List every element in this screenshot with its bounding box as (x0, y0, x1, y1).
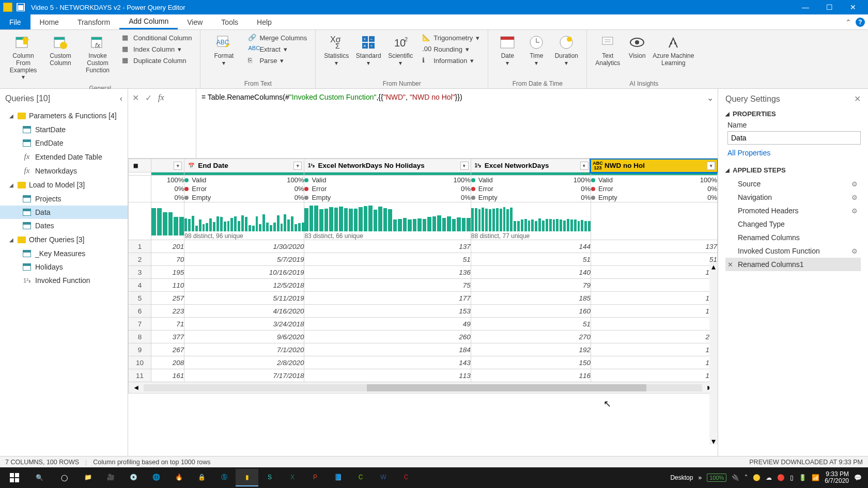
taskbar-app-powerbi[interactable]: ▮ (236, 469, 258, 486)
applied-step[interactable]: Source⚙ (725, 177, 861, 191)
column-dropdown-icon[interactable]: ▾ (174, 162, 182, 170)
taskbar-desktop-label[interactable]: Desktop (670, 474, 693, 481)
table-row[interactable]: 6 223 4/16/2020 153 160 153 (129, 305, 718, 318)
table-row[interactable]: 4 110 12/5/2018 75 79 75 (129, 279, 718, 292)
query-invoked-function[interactable]: 1²₃Invoked Function (0, 274, 128, 287)
tab-home[interactable]: Home (30, 14, 68, 29)
query-startdate[interactable]: StartDate (0, 123, 128, 136)
query-data[interactable]: Data (0, 206, 128, 219)
column-header-excel-networkdays[interactable]: 1²₃Excel NetworkDays▾ (471, 159, 591, 172)
queries-group-other[interactable]: ◢Other Queries [3] (0, 232, 128, 247)
task-view-icon[interactable]: ◯ (52, 467, 76, 488)
minimize-button[interactable]: — (794, 0, 817, 14)
taskbar-app-chrome[interactable]: 🌐 (145, 469, 167, 486)
query-key-measures[interactable]: _Key Measures (0, 247, 128, 260)
tray-overflow-icon[interactable]: » (698, 474, 702, 481)
taskbar-app-explorer[interactable]: 📁 (76, 469, 99, 486)
ribbon-collapse-icon[interactable]: ⌃ (845, 18, 851, 26)
start-button[interactable] (2, 467, 27, 488)
file-menu[interactable]: File (0, 14, 30, 29)
table-row[interactable]: 9 267 7/1/2020 184 192 184 (129, 343, 718, 356)
table-row[interactable]: 1 201 1/30/2020 137 144 137 (129, 240, 718, 253)
taskbar-app-word[interactable]: W (372, 469, 395, 486)
table-row[interactable]: 11 161 7/17/2018 113 116 113 (129, 369, 718, 382)
fx-icon[interactable]: fx (158, 93, 164, 102)
gear-icon[interactable]: ⚙ (851, 194, 858, 201)
standard-button[interactable]: +−×÷ Standard ▾ (353, 32, 384, 69)
azure-ml-button[interactable]: Azure Machine Learning (651, 32, 695, 69)
extract-button[interactable]: ABCExtract ▾ (245, 43, 310, 55)
query-projects[interactable]: Projects (0, 192, 128, 206)
tab-add-column[interactable]: Add Column (119, 14, 178, 29)
applied-step[interactable]: ✕Renamed Columns1 (725, 258, 861, 271)
taskbar-app-disc[interactable]: 💿 (122, 469, 145, 486)
column-header-nwd-no-hol[interactable]: ABC123NWD no Hol▾ (591, 159, 717, 172)
table-row[interactable]: 8 377 9/6/2020 260 270 260 (129, 330, 718, 343)
row-index-header[interactable]: ▦ (129, 159, 151, 172)
queries-group-parameters[interactable]: ◢Parameters & Functions [4] (0, 108, 128, 123)
applied-step[interactable]: Renamed Columns (725, 231, 861, 244)
query-name-input[interactable] (727, 131, 861, 145)
taskbar-app-dragon[interactable]: 🔥 (167, 469, 190, 486)
taskbar-app-zoom[interactable]: 🎥 (99, 469, 122, 486)
time-button[interactable]: Time ▾ (522, 32, 550, 69)
formula-expand-icon[interactable]: ⌄ (702, 89, 718, 158)
close-button[interactable]: ✕ (841, 0, 865, 14)
formula-input[interactable]: = Table.RenameColumns(#"Invoked Custom F… (196, 89, 702, 158)
tray-app-icon[interactable]: 🔋 (799, 474, 807, 481)
query-dates[interactable]: Dates (0, 219, 128, 232)
onedrive-icon[interactable]: ☁ (766, 474, 772, 481)
column-header-unnamed[interactable]: ▾ (151, 159, 184, 172)
custom-column-button[interactable]: Custom Column (42, 32, 79, 83)
column-header-end-date[interactable]: 📅End Date▾ (184, 159, 304, 172)
tray-app-icon[interactable]: 🔴 (777, 474, 785, 481)
column-dropdown-icon[interactable]: ▾ (707, 162, 715, 170)
save-icon[interactable] (17, 3, 25, 11)
tab-view[interactable]: View (178, 14, 212, 29)
gear-icon[interactable]: ⚙ (851, 247, 858, 255)
duration-button[interactable]: Duration ▾ (551, 32, 581, 69)
date-button[interactable]: Date ▾ (493, 32, 521, 69)
taskbar-app-notepad[interactable]: 📘 (327, 469, 349, 486)
table-row[interactable]: 7 71 3/24/2018 49 51 49 (129, 318, 718, 330)
tray-chevron-icon[interactable]: ˄ (745, 474, 748, 481)
duplicate-column-button[interactable]: ▦Duplicate Column (119, 55, 195, 66)
taskbar-app-snagit[interactable]: S (258, 469, 281, 486)
scroll-up-icon[interactable]: ▴ (711, 262, 716, 270)
battery-indicator[interactable]: 100% (707, 474, 726, 482)
scroll-down-icon[interactable]: ▾ (711, 436, 716, 445)
tray-app-icon[interactable]: 🟡 (753, 474, 761, 481)
invoke-custom-function-button[interactable]: fx Invoke Custom Function (80, 32, 116, 83)
tab-tools[interactable]: Tools (212, 14, 247, 29)
column-dropdown-icon[interactable]: ▾ (460, 162, 469, 170)
index-column-button[interactable]: ▦Index Column ▾ (119, 43, 195, 55)
formula-commit-icon[interactable]: ✓ (145, 93, 152, 103)
column-dropdown-icon[interactable]: ▾ (293, 162, 302, 170)
help-icon[interactable]: ? (856, 18, 865, 27)
merge-columns-button[interactable]: 🔗Merge Columns (245, 32, 310, 43)
taskbar-app-skype[interactable]: Ⓢ (213, 469, 236, 486)
column-from-examples-button[interactable]: Column From Examples ▾ (5, 32, 41, 83)
table-row[interactable]: 2 70 5/7/2019 51 51 51 (129, 253, 718, 266)
applied-step[interactable]: Invoked Custom Function⚙ (725, 244, 861, 258)
taskbar-app-lock[interactable]: 🔒 (190, 469, 213, 486)
v-scrollbar[interactable]: ▴ ▾ (709, 262, 718, 445)
h-scrollbar[interactable] (144, 384, 702, 391)
format-button[interactable]: ABC Format ▾ (206, 32, 242, 69)
column-dropdown-icon[interactable]: ▾ (580, 162, 588, 170)
queries-collapse-icon[interactable]: ‹ (120, 94, 122, 103)
applied-step[interactable]: Changed Type (725, 217, 861, 231)
formula-cancel-icon[interactable]: ✕ (132, 93, 139, 103)
all-properties-link[interactable]: All Properties (727, 149, 770, 157)
query-holidays[interactable]: Holidays (0, 260, 128, 274)
wifi-icon[interactable]: 📶 (812, 474, 819, 481)
gear-icon[interactable]: ⚙ (851, 207, 858, 215)
delete-step-icon[interactable]: ✕ (727, 261, 733, 269)
gear-icon[interactable]: ⚙ (851, 180, 858, 188)
tray-app-icon[interactable]: ▯ (790, 474, 794, 481)
tab-help[interactable]: Help (247, 14, 281, 29)
taskbar-app-camtasia2[interactable]: C (395, 469, 417, 486)
search-icon[interactable]: 🔍 (27, 467, 52, 488)
query-extended-date-table[interactable]: fxExtended Date Table (0, 150, 128, 164)
scientific-button[interactable]: 102 Scientific ▾ (385, 32, 416, 69)
